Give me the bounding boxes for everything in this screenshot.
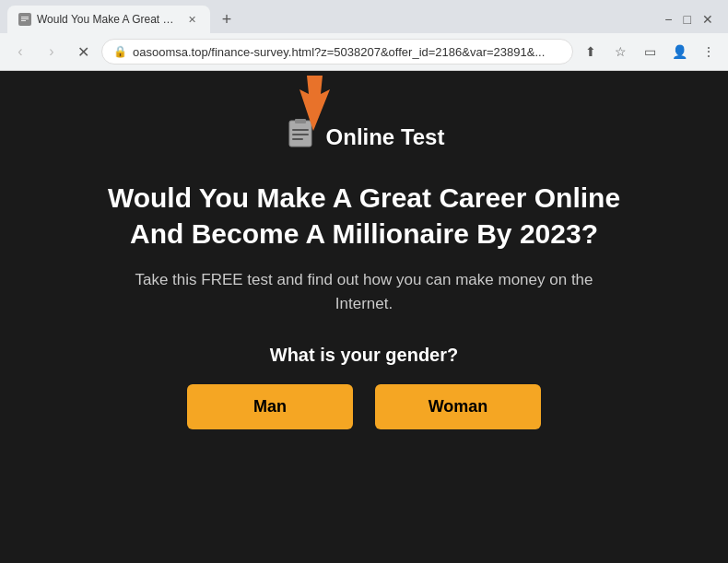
window-controls: − □ ✕	[664, 12, 713, 27]
address-box[interactable]: 🔒 oasoomsa.top/finance-survey.html?z=503…	[101, 39, 573, 65]
reload-button[interactable]: ✕	[70, 39, 96, 65]
svg-rect-2	[21, 18, 29, 19]
maximize-button[interactable]: □	[684, 12, 691, 27]
active-tab[interactable]: Would You Make A Great Caree ✕	[7, 6, 210, 33]
bookmark-button[interactable]: ☆	[608, 40, 632, 64]
forward-button[interactable]: ›	[39, 39, 65, 65]
back-button[interactable]: ‹	[7, 39, 33, 65]
address-bar-row: ‹ › ✕ 🔒 oasoomsa.top/finance-survey.html…	[0, 33, 728, 70]
svg-rect-3	[21, 20, 26, 21]
main-heading: Would You Make A Great Career Online And…	[51, 180, 677, 252]
svg-marker-4	[299, 76, 330, 131]
gender-question: What is your gender?	[270, 345, 458, 366]
share-button[interactable]: ⬆	[579, 40, 603, 64]
svg-rect-1	[21, 17, 29, 18]
tab-title: Would You Make A Great Caree	[37, 13, 179, 26]
woman-button[interactable]: Woman	[375, 384, 541, 429]
new-tab-button[interactable]: +	[214, 6, 240, 32]
orange-arrow-container	[281, 71, 355, 139]
close-button[interactable]: ✕	[702, 12, 713, 27]
browser-chrome: Would You Make A Great Caree ✕ + − □ ✕ ‹…	[0, 0, 728, 71]
tab-bar: Would You Make A Great Caree ✕ + − □ ✕	[0, 0, 728, 33]
man-button[interactable]: Man	[187, 384, 353, 429]
tab-favicon	[18, 13, 31, 26]
tab-close-button[interactable]: ✕	[184, 12, 199, 27]
minimize-button[interactable]: −	[664, 12, 672, 27]
lock-icon: 🔒	[113, 45, 127, 58]
sub-heading: Take this FREE test and find out how you…	[115, 268, 613, 315]
url-text: oasoomsa.top/finance-survey.html?z=50382…	[133, 45, 561, 59]
gender-button-row: Man Woman	[187, 384, 541, 429]
page-content: Online Test Would You Make A Great Caree…	[0, 71, 728, 563]
tab-search-button[interactable]: ▭	[638, 40, 662, 64]
menu-button[interactable]: ⋮	[697, 40, 721, 64]
orange-arrow-svg	[281, 71, 355, 135]
address-actions: ⬆ ☆ ▭ 👤 ⋮	[579, 40, 721, 64]
profile-button[interactable]: 👤	[667, 40, 691, 64]
